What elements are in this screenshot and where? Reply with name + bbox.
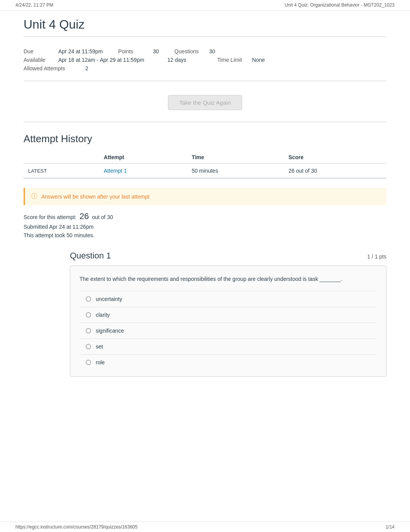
attempt-submitted: Submitted Apr 24 at 11:26pm [24,224,386,230]
attempt-score-detail: Score for this attempt: 26 out of 30 [24,211,386,221]
question-pts: 1 / 1 pts [367,253,386,260]
questions-value: 30 [209,48,215,54]
table-header-row: Attempt Time Score [24,151,386,164]
question-text: The extent to which the requirements and… [80,275,377,283]
points-value: 30 [153,48,159,54]
attempt-time: 50 minutes [187,164,284,178]
option-label-role: role [96,359,105,365]
allowed-attempts-value: 2 [85,65,88,71]
option-label-clarity: clarity [96,312,110,318]
radio-role[interactable] [86,360,91,365]
days-value: 12 days [168,57,186,63]
table-row: LATEST Attempt 1 50 minutes 26 out of 30 [24,164,386,178]
attempt-table: Attempt Time Score LATEST Attempt 1 50 m… [24,151,386,178]
top-bar: 4/24/22, 11:27 PM Unit 4 Quiz: Organizat… [0,0,410,10]
score-out-of: out of 30 [92,214,113,220]
page-title: Unit 4 Quiz [24,17,386,37]
notice-text: Answers will be shown after your last at… [41,194,149,200]
answer-option-role[interactable]: role [80,354,377,370]
question-header: Question 1 1 / 1 pts [70,251,386,261]
latest-badge: LATEST [28,168,47,174]
attempt-link[interactable]: Attempt 1 [104,168,127,174]
col-header-label [24,151,99,164]
answer-option-significance[interactable]: significance [80,323,377,338]
col-header-time: Time [187,151,284,164]
answer-option-uncertainty[interactable]: uncertainty [80,291,377,307]
score-large-value: 26 [80,211,89,221]
option-label-significance: significance [96,328,124,334]
radio-clarity[interactable] [86,312,91,318]
answer-option-clarity[interactable]: clarity [80,307,377,323]
allowed-attempts-label: Allowed Attempts [24,65,85,71]
quiz-meta-row-2: Available Apr 18 at 12am - Apr 29 at 11:… [24,57,386,63]
due-label: Due [24,48,58,54]
attempt-score: 26 out of 30 [284,164,386,178]
radio-uncertainty[interactable] [86,296,91,302]
radio-significance[interactable] [86,328,91,333]
quiz-meta-row-3: Allowed Attempts 2 [24,65,386,71]
col-header-score: Score [284,151,386,164]
quiz-meta: Due Apr 24 at 11:59pm Points 30 Question… [24,43,386,81]
question-section: Question 1 1 / 1 pts The extent to which… [70,251,386,377]
questions-label: Questions [175,48,209,54]
top-bar-datetime: 4/24/22, 11:27 PM [15,2,53,8]
time-limit-value: None [252,57,265,63]
attempt-duration: This attempt took 50 minutes. [24,232,386,238]
option-label-set: set [96,343,103,350]
points-label: Points [118,48,153,54]
time-limit-label: Time Limit [217,57,252,63]
take-quiz-section: Take the Quiz Again [24,81,386,122]
answer-option-set[interactable]: set [80,338,377,354]
attempt-history-title: Attempt History [24,133,386,145]
score-for-this-attempt-label: Score for this attempt: [24,214,76,220]
take-quiz-button[interactable]: Take the Quiz Again [168,95,242,110]
available-label: Available [24,57,58,63]
page-container: Unit 4 Quiz Due Apr 24 at 11:59pm Points… [8,17,402,400]
radio-set[interactable] [86,344,91,349]
col-header-attempt: Attempt [99,151,187,164]
top-bar-page-title: Unit 4 Quiz: Organizational Behavior - M… [285,2,395,8]
info-icon: ⓘ [31,192,37,201]
quiz-meta-row-1: Due Apr 24 at 11:59pm Points 30 Question… [24,48,386,54]
available-value: Apr 18 at 12am - Apr 29 at 11:59pm [58,57,144,63]
due-value: Apr 24 at 11:59pm [58,48,103,54]
question-title: Question 1 [70,251,111,261]
info-box: ⓘ Answers will be shown after your last … [24,188,386,205]
option-label-uncertainty: uncertainty [96,296,122,302]
question-card: The extent to which the requirements and… [70,265,386,377]
